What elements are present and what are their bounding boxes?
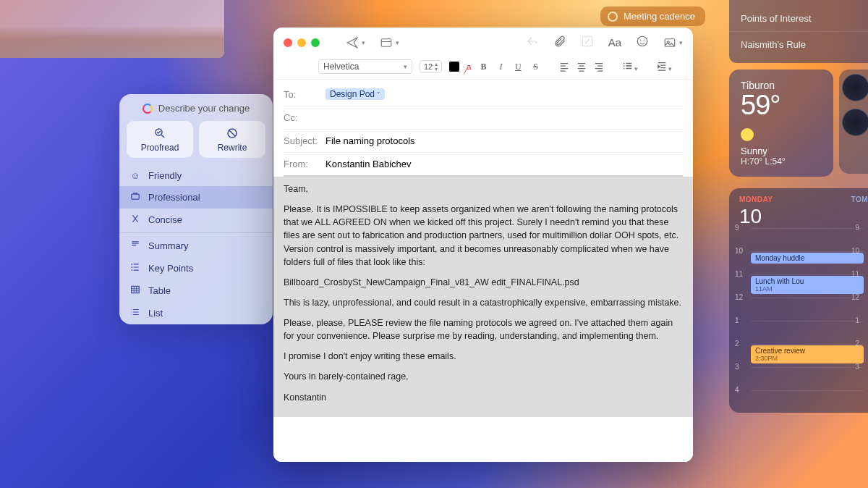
titlebar: ▾ ▾ Aa ▾ bbox=[273, 28, 693, 56]
calendar-day-number: 10 bbox=[729, 205, 868, 228]
format-bar: Helvetica▾ 12 ▴▾ a⁄ B I U S ▾ ▾ bbox=[273, 56, 693, 80]
underline-button[interactable]: U bbox=[513, 62, 523, 72]
professional-icon bbox=[129, 191, 141, 203]
desktop-thumbnail bbox=[0, 0, 224, 58]
weather-widget[interactable]: Tiburon 59° Sunny H:70° L:54° bbox=[729, 70, 833, 177]
concise-icon bbox=[129, 214, 141, 226]
rewrite-button[interactable]: Rewrite bbox=[199, 121, 265, 158]
svg-rect-9 bbox=[381, 38, 391, 46]
clock-face-icon bbox=[842, 74, 868, 101]
calendar-grid[interactable]: 991010Monday huddle1111Lunch with Lou11A… bbox=[729, 228, 868, 413]
writing-tools-prompt[interactable]: Describe your change bbox=[119, 94, 273, 121]
format-key-points[interactable]: Key Points bbox=[119, 257, 273, 279]
bold-button[interactable]: B bbox=[478, 62, 488, 72]
friendly-icon: ☺ bbox=[129, 170, 141, 181]
sun-icon bbox=[741, 128, 754, 141]
notes-item[interactable]: Naismith's Rule bbox=[729, 33, 868, 56]
text-color-button[interactable] bbox=[449, 62, 459, 72]
reminder-label: Meeting cadence bbox=[624, 11, 695, 22]
format-summary[interactable]: Summary bbox=[119, 235, 273, 257]
font-size-stepper[interactable]: 12 ▴▾ bbox=[420, 60, 442, 73]
italic-button[interactable]: I bbox=[495, 62, 506, 72]
summary-icon bbox=[129, 240, 141, 252]
header-fields-button[interactable]: ▾ bbox=[380, 36, 399, 49]
svg-line-3 bbox=[229, 130, 236, 137]
format-table[interactable]: Table bbox=[119, 279, 273, 302]
reminder-ring-icon bbox=[608, 12, 618, 22]
emoji-button[interactable] bbox=[636, 35, 649, 50]
svg-point-17 bbox=[624, 62, 625, 64]
calendar-day-label: MONDAY bbox=[739, 195, 773, 203]
minimize-window-button[interactable] bbox=[297, 38, 306, 47]
mail-compose-window: ▾ ▾ Aa ▾ bbox=[273, 28, 693, 462]
clear-style-button[interactable]: a⁄ bbox=[467, 62, 471, 71]
svg-point-6 bbox=[131, 266, 132, 268]
weather-temp: 59° bbox=[741, 90, 822, 121]
font-family-select[interactable]: Helvetica▾ bbox=[318, 59, 412, 74]
calendar-event[interactable]: Lunch with Lou11AM bbox=[751, 276, 864, 294]
svg-point-7 bbox=[131, 269, 132, 271]
message-body[interactable]: Team,Please. It is IMPOSSIBLE to keep as… bbox=[273, 177, 693, 417]
to-label: To: bbox=[284, 89, 320, 100]
strikethrough-button[interactable]: S bbox=[530, 62, 540, 72]
weather-condition: Sunny bbox=[741, 146, 822, 156]
format-list[interactable]: List bbox=[119, 302, 273, 324]
key-points-icon bbox=[129, 262, 141, 274]
calendar-widget[interactable]: MONDAY TOM 10 991010Monday huddle1111Lun… bbox=[729, 188, 868, 413]
close-window-button[interactable] bbox=[284, 38, 292, 47]
svg-point-13 bbox=[640, 40, 642, 41]
message-body-empty-area[interactable] bbox=[273, 417, 693, 462]
align-right-button[interactable] bbox=[594, 62, 604, 72]
compose-headers: To: Design Pod ˅ Cc: Subject: File namin… bbox=[273, 80, 693, 177]
indent-button[interactable]: ▾ bbox=[657, 61, 672, 73]
svg-point-18 bbox=[624, 65, 625, 67]
svg-line-1 bbox=[161, 135, 164, 138]
align-left-button[interactable] bbox=[559, 62, 569, 72]
svg-rect-8 bbox=[132, 286, 140, 293]
attachment-button[interactable] bbox=[553, 35, 566, 50]
tone-professional[interactable]: Professional bbox=[119, 186, 273, 209]
writing-tools-panel: Describe your change Proofread Rewrite ☺… bbox=[119, 94, 273, 324]
markup-button[interactable] bbox=[581, 35, 594, 50]
writing-tools-placeholder: Describe your change bbox=[158, 103, 250, 114]
magnifier-check-icon bbox=[153, 127, 166, 140]
from-value[interactable]: Konstantin Babichev bbox=[326, 159, 412, 169]
calendar-day-label-next: TOM bbox=[851, 195, 868, 203]
from-label: From: bbox=[284, 159, 320, 169]
subject-field[interactable]: File naming protocols bbox=[326, 135, 415, 146]
tone-concise[interactable]: Concise bbox=[119, 209, 273, 231]
notes-widget[interactable]: Points of Interest Naismith's Rule bbox=[729, 0, 868, 63]
proofread-button[interactable]: Proofread bbox=[127, 121, 193, 158]
subject-label: Subject: bbox=[284, 135, 320, 146]
calendar-event[interactable]: Monday huddle bbox=[751, 253, 864, 264]
svg-point-19 bbox=[624, 67, 625, 69]
tone-friendly[interactable]: ☺Friendly bbox=[119, 165, 273, 186]
align-center-button[interactable] bbox=[576, 62, 587, 72]
reply-icon[interactable] bbox=[526, 35, 539, 50]
chevron-down-icon[interactable]: ▾ bbox=[362, 39, 365, 46]
clock-face-icon bbox=[842, 109, 868, 136]
svg-point-5 bbox=[131, 264, 132, 265]
to-recipient-pill[interactable]: Design Pod ˅ bbox=[326, 88, 385, 100]
zoom-window-button[interactable] bbox=[311, 38, 320, 47]
table-icon bbox=[129, 285, 141, 297]
clock-widget[interactable] bbox=[839, 70, 868, 174]
apple-intelligence-icon bbox=[142, 104, 153, 114]
svg-rect-4 bbox=[132, 194, 140, 199]
weather-hilo: H:70° L:54° bbox=[741, 156, 822, 167]
chevron-down-icon[interactable]: ▾ bbox=[396, 39, 399, 46]
svg-point-12 bbox=[637, 36, 647, 46]
send-button[interactable]: ▾ bbox=[346, 36, 365, 49]
calendar-event[interactable]: Creative review2:30PM bbox=[751, 345, 864, 363]
cc-label: Cc: bbox=[284, 112, 320, 123]
photo-browser-button[interactable]: ▾ bbox=[663, 36, 683, 49]
rewrite-icon bbox=[226, 127, 239, 140]
format-button[interactable]: Aa bbox=[608, 36, 621, 49]
list-button[interactable]: ▾ bbox=[623, 61, 638, 73]
notes-item[interactable]: Points of Interest bbox=[729, 7, 868, 30]
svg-point-14 bbox=[644, 40, 645, 41]
list-icon bbox=[129, 307, 141, 319]
chevron-down-icon[interactable]: ▾ bbox=[679, 39, 683, 46]
reminder-pill[interactable]: Meeting cadence bbox=[600, 7, 705, 26]
